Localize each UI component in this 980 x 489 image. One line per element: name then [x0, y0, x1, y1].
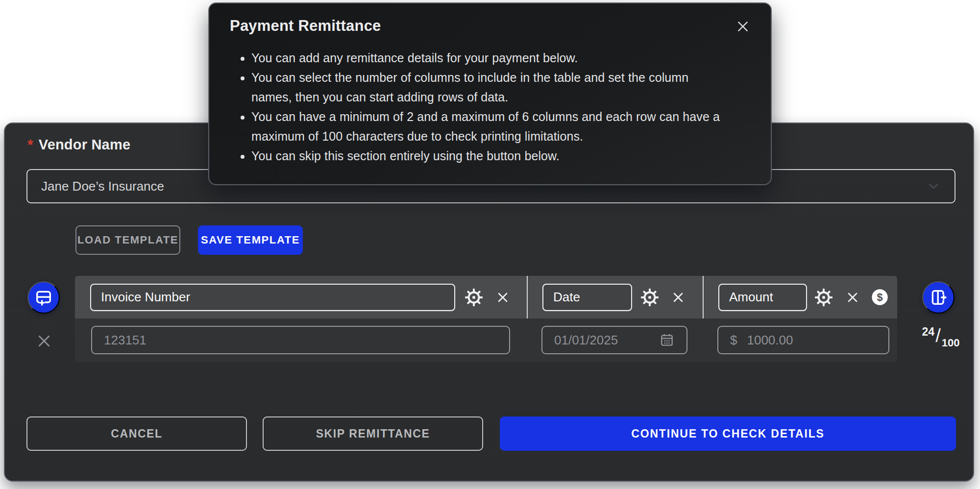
add-row-button[interactable]: [27, 281, 60, 314]
modal-bullet: You can have a minimum of 2 and a maximu…: [251, 107, 731, 146]
column-name-input-amount[interactable]: Amount: [718, 284, 807, 311]
column-settings-gear-icon[interactable]: [465, 289, 483, 306]
skip-remittance-button[interactable]: SKIP REMITTANCE: [263, 416, 483, 451]
continue-to-check-details-button[interactable]: CONTINUE TO CHECK DETAILS: [500, 416, 956, 451]
character-counter: 24/100: [915, 325, 966, 346]
vendor-name-label-row: * Vendor Name: [27, 136, 130, 153]
vendor-name-label: Vendor Name: [39, 137, 131, 153]
remittance-table-header: Invoice Number Date: [75, 276, 897, 318]
row-date-value: 01/01/2025: [554, 333, 618, 348]
save-template-button[interactable]: SAVE TEMPLATE: [198, 225, 303, 255]
column-name-value: Amount: [729, 290, 773, 305]
cancel-button[interactable]: CANCEL: [26, 416, 247, 451]
remove-row-icon[interactable]: [35, 332, 53, 350]
row-amount-currency-prefix: $: [730, 333, 737, 348]
remittance-table-row: 123151 01/01/2025: [75, 318, 897, 362]
column-header-amount: Amount $: [703, 276, 897, 318]
modal-bullet-list: You can add any remittance details for y…: [230, 48, 731, 166]
load-template-button[interactable]: LOAD TEMPLATE: [75, 225, 180, 255]
close-icon[interactable]: [735, 18, 751, 35]
column-settings-gear-icon[interactable]: [641, 289, 659, 306]
row-date-input[interactable]: 01/01/2025: [541, 326, 687, 354]
svg-text:$: $: [877, 291, 882, 303]
remove-column-icon[interactable]: [495, 290, 510, 305]
column-name-value: Invoice Number: [101, 290, 190, 305]
payment-remittance-modal: Payment Remittance You can add any remit…: [208, 2, 772, 185]
column-header-invoice-number: Invoice Number: [75, 276, 527, 318]
character-count-current: 24: [922, 325, 935, 338]
modal-bullet: You can add any remittance details for y…: [251, 48, 731, 68]
row-invoice-number-value: 123151: [104, 333, 147, 348]
vendor-name-value: Jane Doe’s Insurance: [41, 179, 164, 194]
modal-bullet: You can skip this section entirely using…: [251, 146, 731, 166]
remove-column-icon[interactable]: [671, 290, 686, 305]
modal-bullet: You can select the number of columns to …: [251, 68, 731, 107]
row-amount-input[interactable]: $ 1000.00: [717, 326, 889, 354]
remittance-table: Invoice Number Date: [75, 276, 897, 362]
chevron-down-icon: [926, 179, 941, 194]
modal-title: Payment Remittance: [230, 17, 750, 35]
add-column-button[interactable]: [922, 281, 955, 314]
column-header-date: Date: [527, 276, 703, 318]
required-marker: *: [27, 136, 33, 153]
character-count-separator: /: [935, 325, 941, 346]
currency-dollar-icon[interactable]: $: [871, 288, 889, 306]
calendar-icon[interactable]: [659, 332, 675, 348]
character-count-max: 100: [942, 337, 960, 349]
column-settings-gear-icon[interactable]: [815, 289, 833, 306]
column-name-input-date[interactable]: Date: [542, 284, 632, 311]
column-name-input-invoice-number[interactable]: Invoice Number: [90, 284, 455, 311]
column-name-value: Date: [553, 290, 580, 305]
row-amount-value: 1000.00: [747, 333, 793, 348]
remove-column-icon[interactable]: [845, 290, 860, 305]
screen: * Vendor Name Jane Doe’s Insurance LOAD …: [0, 0, 980, 489]
row-invoice-number-input[interactable]: 123151: [91, 326, 510, 354]
